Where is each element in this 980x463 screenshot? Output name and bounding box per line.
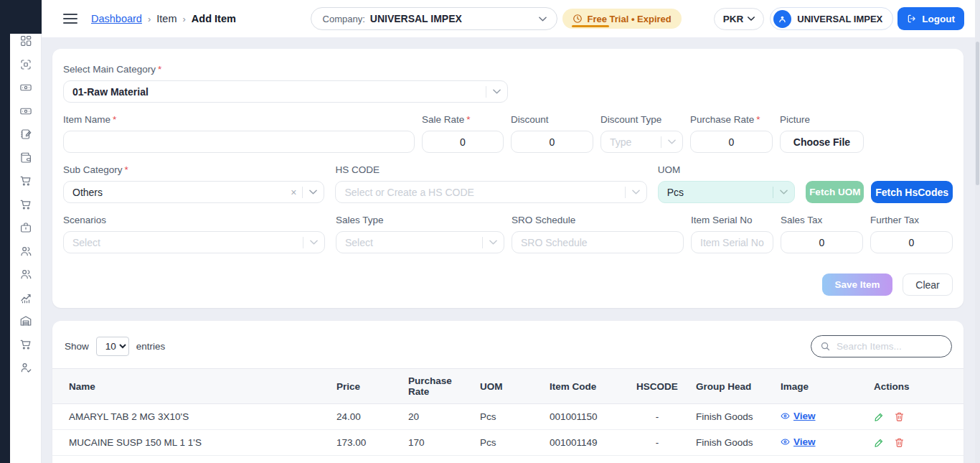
sidebar-item-user-roles[interactable] bbox=[19, 361, 33, 374]
uom-cell: Pcs bbox=[474, 404, 544, 430]
sale-rate-input[interactable] bbox=[422, 131, 504, 153]
sidebar-item-payments[interactable] bbox=[19, 105, 33, 118]
currency-select[interactable]: PKR bbox=[714, 8, 765, 30]
discount-type-select[interactable]: Type bbox=[600, 131, 683, 153]
delete-icon[interactable] bbox=[894, 411, 905, 422]
breadcrumb-item[interactable]: Item bbox=[156, 13, 176, 24]
edit-icon[interactable] bbox=[874, 437, 885, 448]
sidebar-item-journal[interactable] bbox=[19, 128, 33, 141]
page-scrollbar[interactable] bbox=[975, 0, 980, 463]
sales-tax-input[interactable] bbox=[781, 231, 863, 253]
hscode-cell: - bbox=[624, 404, 690, 430]
save-item-button[interactable]: Save Item bbox=[822, 273, 892, 296]
logout-label: Logout bbox=[922, 14, 955, 24]
users-icon bbox=[19, 268, 32, 281]
uom-select[interactable]: Pcs bbox=[658, 181, 796, 203]
item-name-input[interactable] bbox=[63, 131, 415, 153]
hs-code-label: HS CODE bbox=[335, 164, 646, 175]
scan-icon bbox=[19, 58, 32, 71]
logout-icon bbox=[907, 14, 917, 24]
view-image-link[interactable]: View bbox=[781, 436, 816, 447]
currency-value: PKR bbox=[723, 14, 744, 24]
scrollbar-thumb[interactable] bbox=[976, 42, 979, 185]
sidebar-logo-block bbox=[0, 0, 42, 34]
sales-type-select[interactable]: Select bbox=[336, 231, 504, 253]
search-items-input[interactable] bbox=[837, 341, 943, 352]
scenarios-select[interactable]: Select bbox=[63, 231, 325, 253]
main-category-value: 01-Raw Material bbox=[72, 86, 486, 98]
breadcrumb-separator: › bbox=[148, 14, 151, 24]
scenarios-placeholder: Select bbox=[72, 237, 303, 248]
user-icon bbox=[778, 14, 787, 24]
breadcrumb-dashboard[interactable]: Dashboard bbox=[91, 13, 142, 24]
sidebar-item-warehouse[interactable] bbox=[19, 314, 33, 327]
further-tax-label: Further Tax bbox=[870, 215, 953, 225]
sidebar-item-customers[interactable] bbox=[19, 245, 33, 258]
sub-category-value: Others bbox=[72, 187, 285, 198]
clear-button[interactable]: Clear bbox=[903, 273, 953, 296]
fetch-uom-button[interactable]: Fetch UOM bbox=[806, 181, 864, 203]
sidebar-item-scan[interactable] bbox=[19, 58, 33, 71]
cart-icon bbox=[19, 198, 32, 211]
sidebar-item-business[interactable] bbox=[19, 221, 33, 234]
sidebar-item-purchases[interactable] bbox=[19, 174, 33, 187]
price-cell: 24.00 bbox=[331, 404, 402, 430]
analytics-icon bbox=[19, 291, 32, 304]
cart-icon bbox=[19, 338, 32, 351]
sro-schedule-label: SRO Schedule bbox=[512, 215, 684, 225]
discount-input[interactable] bbox=[511, 131, 593, 153]
user-menu[interactable]: UNIVERSAL IMPEX bbox=[770, 7, 893, 30]
sidebar-item-cash[interactable] bbox=[19, 81, 33, 94]
uom-cell: Pcs bbox=[474, 430, 544, 456]
further-tax-input[interactable] bbox=[870, 231, 953, 253]
delete-icon[interactable] bbox=[894, 437, 905, 448]
sidebar-item-dashboard[interactable] bbox=[19, 34, 33, 47]
view-image-link[interactable]: View bbox=[781, 411, 816, 421]
item-serial-no-label: Item Serial No bbox=[691, 215, 773, 225]
clock-icon bbox=[573, 14, 583, 24]
trial-badge-text: Free Trial • Expired bbox=[588, 14, 672, 24]
logout-button[interactable]: Logout bbox=[897, 7, 964, 30]
sale-rate-label: Sale Rate* bbox=[422, 114, 504, 125]
item-serial-no-input[interactable] bbox=[691, 231, 773, 253]
sro-schedule-input[interactable] bbox=[512, 231, 684, 253]
chevron-down-icon bbox=[483, 240, 504, 245]
sidebar-item-orders[interactable] bbox=[19, 338, 33, 351]
fetch-hscodes-button[interactable]: Fetch HsCodes bbox=[871, 181, 953, 203]
sidebar-item-sales[interactable] bbox=[19, 198, 33, 211]
main-category-label: Select Main Category* bbox=[63, 64, 508, 75]
users-icon bbox=[19, 245, 32, 258]
item-code-cell: 001001150 bbox=[544, 404, 624, 430]
add-item-form-card: Select Main Category* 01-Raw Material It… bbox=[52, 49, 963, 308]
top-bar: Dashboard › Item › Add Item Company: UNI… bbox=[42, 0, 980, 37]
col-group-head: Group Head bbox=[690, 369, 775, 404]
clear-selection-icon[interactable]: × bbox=[285, 187, 302, 198]
sidebar-item-reports[interactable] bbox=[19, 291, 33, 304]
edit-icon[interactable] bbox=[874, 411, 885, 422]
purchase-rate-input[interactable] bbox=[690, 131, 773, 153]
item-name-cell: AMARYL TAB 2 MG 3X10'S bbox=[52, 404, 331, 430]
search-box bbox=[811, 335, 952, 357]
choose-file-button[interactable]: Choose File bbox=[780, 131, 864, 153]
hscode-cell: - bbox=[624, 456, 690, 463]
page-size-select[interactable]: 10 bbox=[96, 337, 129, 356]
hs-code-select[interactable]: Select or Create a HS CODE bbox=[335, 181, 646, 203]
sub-category-select[interactable]: Others × bbox=[63, 181, 324, 203]
sidebar-item-wallet[interactable] bbox=[19, 151, 33, 164]
group-head-cell: Finish Goods bbox=[690, 404, 775, 430]
company-select[interactable]: Company: UNIVERSAL IMPEX bbox=[311, 7, 557, 30]
user-check-icon bbox=[19, 361, 32, 374]
menu-toggle-icon[interactable] bbox=[63, 14, 77, 24]
col-price: Price bbox=[331, 369, 402, 404]
chevron-down-icon bbox=[486, 89, 507, 94]
chevron-down-icon bbox=[748, 17, 755, 21]
company-label: Company: bbox=[323, 14, 365, 24]
table-row: AMARYL TAB 2 MG 3X10'S 24.00 20 Pcs 0010… bbox=[52, 404, 963, 430]
sidebar-accent-strip bbox=[0, 0, 10, 463]
col-hscode: HSCODE bbox=[624, 369, 690, 404]
banknote-icon bbox=[19, 105, 32, 118]
main-category-select[interactable]: 01-Raw Material bbox=[63, 80, 508, 103]
sidebar-item-suppliers[interactable] bbox=[19, 268, 33, 281]
banknote-icon bbox=[19, 81, 32, 94]
price-cell: 173.00 bbox=[331, 430, 402, 456]
